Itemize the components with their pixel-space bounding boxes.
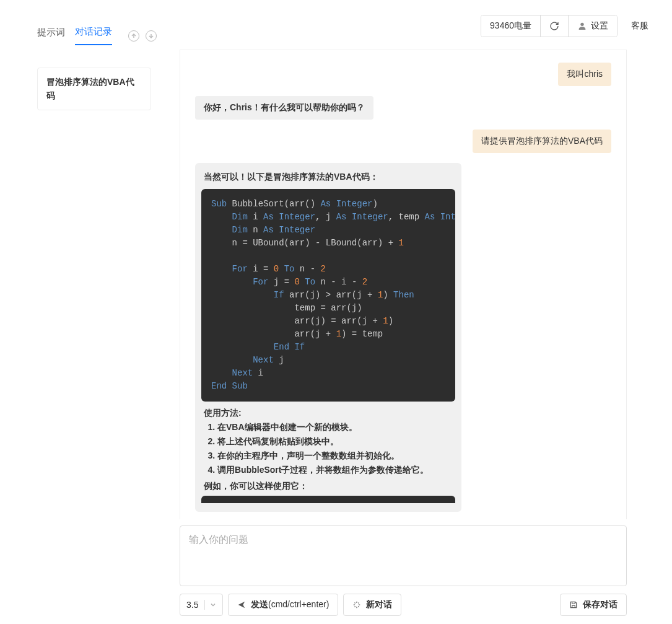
conversation-card[interactable]: 冒泡排序算法的VBA代码 bbox=[37, 68, 151, 110]
example-label: 例如，你可以这样使用它： bbox=[201, 481, 455, 492]
top-status-group: 93460电量 设置 bbox=[481, 15, 617, 37]
new-chat-label: 新对话 bbox=[366, 599, 392, 610]
ai-lead-text: 当然可以！以下是冒泡排序算法的VBA代码： bbox=[201, 172, 455, 189]
usage-step: 调用BubbleSort子过程，并将数组作为参数传递给它。 bbox=[217, 465, 455, 476]
arrow-down-icon bbox=[148, 33, 154, 39]
send-icon bbox=[237, 600, 246, 609]
chevron-down-icon bbox=[204, 600, 216, 610]
new-chat-button[interactable]: 新对话 bbox=[343, 594, 401, 616]
svg-point-0 bbox=[580, 23, 583, 26]
settings-button[interactable]: 设置 bbox=[568, 15, 617, 37]
refresh-button[interactable] bbox=[540, 15, 568, 37]
message-user: 请提供冒泡排序算法的VBA代码 bbox=[195, 130, 611, 153]
user-icon bbox=[577, 21, 587, 31]
scroll-down-button[interactable] bbox=[146, 30, 157, 42]
user-bubble: 我叫chris bbox=[558, 63, 611, 86]
sidebar-tabs: 提示词 对话记录 bbox=[37, 26, 180, 45]
code-block: Sub BubbleSort(arr() As Integer) Dim i A… bbox=[201, 189, 455, 402]
ai-bubble: 你好，Chris！有什么我可以帮助你的吗？ bbox=[195, 96, 373, 120]
ai-block: 当然可以！以下是冒泡排序算法的VBA代码： Sub BubbleSort(arr… bbox=[195, 163, 461, 512]
message-ai: 当然可以！以下是冒泡排序算法的VBA代码： Sub BubbleSort(arr… bbox=[195, 163, 611, 512]
save-chat-label: 保存对话 bbox=[583, 599, 617, 610]
customer-service-label: 客服 bbox=[631, 20, 648, 32]
usage-step: 在你的主程序中，声明一个整数数组并初始化。 bbox=[217, 450, 455, 462]
customer-service-button[interactable]: 客服 bbox=[622, 15, 657, 37]
usage-step: 在VBA编辑器中创建一个新的模块。 bbox=[217, 422, 455, 433]
refresh-icon bbox=[549, 21, 559, 31]
battery-text: 93460电量 bbox=[490, 20, 531, 32]
user-bubble: 请提供冒泡排序算法的VBA代码 bbox=[473, 130, 611, 153]
usage-steps: 在VBA编辑器中创建一个新的模块。 将上述代码复制粘贴到模块中。 在你的主程序中… bbox=[201, 422, 455, 476]
chat-panel: 我叫chris 你好，Chris！有什么我可以帮助你的吗？ 请提供冒泡排序算法的… bbox=[180, 50, 627, 519]
model-label: 3.5 bbox=[186, 600, 198, 610]
send-label-rest: (cmd/ctrl+enter) bbox=[268, 599, 329, 609]
settings-label: 设置 bbox=[591, 20, 608, 32]
code-block-cutoff bbox=[201, 496, 455, 503]
arrow-up-icon bbox=[131, 33, 137, 39]
save-icon bbox=[569, 600, 578, 609]
scroll-up-button[interactable] bbox=[128, 30, 139, 42]
message-ai: 你好，Chris！有什么我可以帮助你的吗？ bbox=[195, 96, 611, 120]
save-chat-button[interactable]: 保存对话 bbox=[560, 594, 627, 616]
tab-prompt[interactable]: 提示词 bbox=[37, 27, 65, 45]
usage-title: 使用方法: bbox=[201, 402, 455, 419]
usage-step: 将上述代码复制粘贴到模块中。 bbox=[217, 436, 455, 447]
battery-status: 93460电量 bbox=[481, 15, 540, 37]
send-label-bold: 发送 bbox=[251, 599, 268, 609]
message-user: 我叫chris bbox=[195, 63, 611, 86]
model-select[interactable]: 3.5 bbox=[180, 594, 223, 616]
conversation-title: 冒泡排序算法的VBA代码 bbox=[46, 77, 134, 100]
tab-history[interactable]: 对话记录 bbox=[75, 26, 112, 45]
sparkle-icon bbox=[352, 600, 361, 609]
message-input[interactable] bbox=[180, 525, 627, 586]
send-button[interactable]: 发送(cmd/ctrl+enter) bbox=[228, 594, 338, 616]
